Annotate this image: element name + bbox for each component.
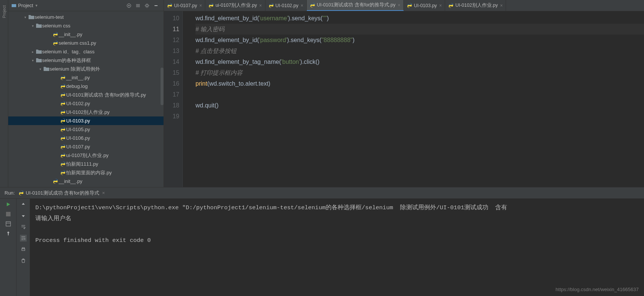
tree-node[interactable]: selenium css1.py bbox=[8, 39, 164, 47]
editor-tab[interactable]: UI-0103.py× bbox=[404, 0, 445, 11]
tree-label: __init__.py bbox=[66, 75, 90, 80]
close-icon[interactable]: × bbox=[199, 3, 202, 8]
python-file-icon bbox=[52, 178, 59, 184]
close-icon[interactable]: × bbox=[398, 3, 400, 8]
console-output[interactable]: D:\pythonProject1\venv\Scripts\python.ex… bbox=[30, 199, 644, 296]
python-icon bbox=[18, 190, 24, 196]
locate-icon[interactable] bbox=[126, 3, 132, 9]
python-icon bbox=[310, 2, 315, 8]
tree-node[interactable]: UI-0102.py bbox=[8, 99, 164, 108]
tab-label: UI-0103.py bbox=[414, 3, 437, 8]
tree-node[interactable]: UI-0107.py bbox=[8, 142, 164, 151]
tab-label: UI-0101测试成功 含有for的推导式.py bbox=[317, 2, 395, 8]
folder-icon bbox=[35, 58, 42, 63]
tree-label: selenium的各种选择框 bbox=[42, 57, 91, 64]
tree-node[interactable]: __init__.py bbox=[8, 30, 164, 39]
editor-tab[interactable]: UI-0102.py× bbox=[265, 0, 307, 11]
close-icon[interactable]: × bbox=[301, 3, 303, 8]
tree-node[interactable]: 怕新闻里面的内容.py bbox=[8, 168, 164, 177]
close-icon[interactable]: × bbox=[439, 3, 442, 8]
minimize-icon[interactable] bbox=[153, 3, 159, 9]
scroll-icon[interactable] bbox=[20, 235, 27, 242]
tree-label: 怕新闻1111.py bbox=[66, 161, 98, 168]
python-file-icon bbox=[59, 127, 66, 132]
run-tab-label: UI-0101测试成功 含有for的推导式 bbox=[26, 190, 99, 196]
svg-rect-5 bbox=[6, 222, 11, 226]
python-file-icon bbox=[59, 135, 66, 141]
tree-node[interactable]: ▸selenium id、tag、class bbox=[8, 47, 164, 56]
tree-node[interactable]: ▾selenium 除测试用例外 bbox=[8, 65, 164, 73]
tree-node[interactable]: 怕新闻1111.py bbox=[8, 160, 164, 168]
pin-icon[interactable] bbox=[5, 230, 12, 237]
tree-node[interactable]: UI-0103.py bbox=[8, 116, 164, 125]
tree-node[interactable]: __init__.py bbox=[8, 73, 164, 82]
tree-node[interactable]: __init__.py bbox=[8, 177, 164, 186]
python-icon bbox=[407, 3, 412, 8]
tree-label: selenium id、tag、class bbox=[42, 48, 94, 55]
python-icon bbox=[268, 3, 274, 8]
python-file-icon bbox=[59, 92, 66, 98]
tree-node[interactable]: UI-0105.py bbox=[8, 125, 164, 134]
project-tree[interactable]: ▾selenium-test▾selenium css__init__.pyse… bbox=[8, 11, 164, 187]
tree-label: 怕新闻里面的内容.py bbox=[66, 169, 112, 176]
tab-label: UI-0102.py bbox=[276, 3, 299, 8]
code-editor[interactable]: 10111213141516171819 wd.find_element_by_… bbox=[164, 11, 644, 187]
line-gutter: 10111213141516171819 bbox=[164, 11, 183, 187]
tree-label: UI-0105.py bbox=[66, 127, 90, 132]
python-icon bbox=[448, 3, 454, 8]
svg-rect-6 bbox=[22, 249, 25, 251]
run-label: Run: bbox=[5, 190, 15, 196]
close-icon[interactable]: × bbox=[500, 3, 503, 8]
tree-scrollbar[interactable] bbox=[161, 68, 164, 105]
editor-tab[interactable]: UI-0102别人作业.py× bbox=[445, 0, 506, 11]
run-header: Run: UI-0101测试成功 含有for的推导式 × bbox=[0, 187, 644, 199]
editor-tab[interactable]: UI-0107.py× bbox=[164, 0, 205, 11]
python-file-icon bbox=[59, 109, 66, 115]
python-file-icon bbox=[59, 75, 66, 80]
tree-node[interactable]: ▾selenium css bbox=[8, 21, 164, 30]
tree-label: UI-0101测试成功 含有for的推导式.py bbox=[66, 92, 146, 98]
folder-icon bbox=[43, 66, 50, 71]
close-icon[interactable]: × bbox=[259, 3, 262, 8]
python-file-icon bbox=[59, 170, 66, 175]
tree-label: selenium-test bbox=[35, 14, 64, 20]
run-toolbar-left bbox=[0, 199, 17, 296]
tree-node[interactable]: ▾selenium-test bbox=[8, 13, 164, 21]
editor-area: UI-0107.py×ui-0107别人作业.py×UI-0102.py×UI-… bbox=[164, 0, 644, 187]
tree-label: UI-0106.py bbox=[66, 135, 90, 141]
watermark: https://blog.csdn.net/weixin_41665637 bbox=[556, 287, 639, 292]
tree-node[interactable]: ▾selenium的各种选择框 bbox=[8, 56, 164, 65]
up-icon[interactable] bbox=[20, 201, 27, 208]
folder-icon bbox=[35, 23, 42, 28]
layout-icon[interactable] bbox=[5, 220, 12, 227]
print-icon[interactable] bbox=[20, 246, 27, 253]
left-tool-rail: Project bbox=[0, 0, 8, 187]
run-config-tab[interactable]: UI-0101测试成功 含有for的推导式 × bbox=[18, 190, 105, 196]
stop-icon[interactable] bbox=[5, 211, 12, 217]
svg-point-3 bbox=[146, 5, 148, 7]
tree-node[interactable]: UI-0106.py bbox=[8, 134, 164, 142]
tree-node[interactable]: debug.log bbox=[8, 82, 164, 91]
run-icon[interactable] bbox=[5, 201, 12, 208]
tab-label: UI-0107.py bbox=[174, 3, 197, 8]
project-tool-label[interactable]: Project bbox=[2, 5, 6, 18]
python-file-icon bbox=[52, 40, 59, 46]
settings-icon[interactable] bbox=[144, 3, 150, 9]
down-icon[interactable] bbox=[20, 212, 27, 219]
code-body[interactable]: wd.find_element_by_id('username').send_k… bbox=[183, 11, 644, 187]
trash-icon[interactable] bbox=[20, 257, 27, 264]
python-file-icon bbox=[59, 83, 66, 89]
tree-node[interactable]: UI-0102别人作业.py bbox=[8, 108, 164, 116]
project-title: Project bbox=[18, 3, 33, 8]
editor-tab[interactable]: ui-0107别人作业.py× bbox=[205, 0, 265, 11]
tab-label: ui-0107别人作业.py bbox=[215, 2, 257, 9]
wrap-icon[interactable] bbox=[20, 224, 27, 230]
project-dropdown[interactable]: Project ▼ bbox=[11, 3, 38, 8]
close-icon[interactable]: × bbox=[102, 190, 105, 196]
collapse-icon[interactable] bbox=[135, 3, 141, 9]
tree-node[interactable]: UI-0101测试成功 含有for的推导式.py bbox=[8, 91, 164, 99]
editor-tab[interactable]: UI-0101测试成功 含有for的推导式.py× bbox=[307, 0, 404, 11]
tree-node[interactable]: ui-0107别人作业.py bbox=[8, 151, 164, 160]
python-file-icon bbox=[59, 101, 66, 106]
sidebar-header: Project ▼ bbox=[8, 0, 164, 11]
